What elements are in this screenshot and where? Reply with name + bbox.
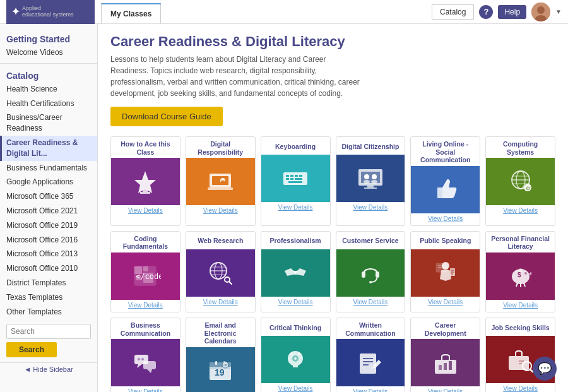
course-card-title: Personal Financial Literacy — [486, 232, 555, 252]
svg-rect-37 — [134, 266, 142, 274]
sidebar-item-other-templates[interactable]: Other Templates — [0, 305, 97, 319]
view-details-link[interactable]: View Details — [128, 386, 163, 392]
course-card: Personal Financial Literacy $ View Detai… — [485, 231, 555, 312]
svg-rect-14 — [299, 175, 302, 177]
svg-point-50 — [369, 281, 372, 283]
svg-line-90 — [530, 369, 533, 372]
svg-rect-26 — [364, 187, 377, 189]
view-details-link[interactable]: View Details — [503, 383, 538, 392]
view-details-link[interactable]: View Details — [428, 297, 463, 309]
svg-rect-12 — [290, 175, 293, 177]
svg-rect-49 — [376, 271, 379, 278]
download-course-guide-button[interactable]: Download Course Guide — [110, 107, 223, 126]
course-card: Written Communication View Details — [336, 318, 406, 392]
svg-point-60 — [524, 272, 527, 275]
catalog-button[interactable]: Catalog — [432, 4, 474, 20]
avatar[interactable] — [531, 3, 550, 21]
view-details-link[interactable]: View Details — [428, 386, 463, 392]
view-details-link[interactable]: View Details — [128, 205, 163, 217]
svg-point-65 — [519, 268, 523, 272]
course-card-title: How to Ace this Class — [111, 137, 180, 158]
sidebar-item-biz-career[interactable]: Business/Career Readiness — [0, 110, 97, 136]
course-card: Career Development View Details — [410, 318, 480, 392]
svg-rect-39 — [136, 275, 141, 280]
svg-rect-18 — [288, 181, 302, 183]
sidebar-item-welcome-videos[interactable]: Welcome Videos — [0, 45, 97, 60]
svg-point-23 — [364, 180, 370, 184]
course-card-title: Living Online - Social Communication — [411, 137, 480, 166]
svg-point-21 — [364, 174, 369, 179]
course-icon-pen-paper — [336, 339, 405, 386]
course-icon-handshake — [261, 249, 330, 297]
logo-star-icon: ✦ — [11, 6, 20, 18]
course-card: Living Online - Social Communication Vie… — [410, 136, 480, 226]
view-details-link[interactable]: View Details — [128, 300, 163, 312]
hide-sidebar-button[interactable]: ◄ Hide Sidebar — [0, 362, 97, 376]
view-details-link[interactable]: View Details — [353, 386, 388, 392]
course-card: Digital Responsibility View Details — [186, 136, 256, 226]
course-card-title: Business Communication — [111, 318, 180, 339]
course-card-title: Coding Fundamentals — [111, 232, 180, 252]
view-details-link[interactable]: View Details — [203, 297, 238, 309]
course-icon-users-screen — [336, 155, 405, 202]
page-title: Career Readiness & Digital Literacy — [110, 33, 555, 50]
view-details-link[interactable]: View Details — [278, 297, 313, 309]
page-description: Lessons to help students learn about Dig… — [110, 54, 363, 99]
view-details-link[interactable]: View Details — [203, 205, 238, 217]
course-icon-head-gears — [261, 336, 330, 383]
search-button[interactable]: Search — [6, 342, 57, 357]
svg-line-63 — [524, 283, 525, 287]
help-question-icon[interactable]: ? — [479, 5, 493, 19]
sidebar-item-ms365[interactable]: Microsoft Office 365 — [0, 189, 97, 204]
logo-sub: educational systems — [22, 12, 74, 18]
view-details-link[interactable]: View Details — [503, 300, 538, 312]
view-details-link[interactable]: View Details — [503, 205, 538, 217]
sidebar-item-health-certs[interactable]: Health Certifications — [0, 97, 97, 111]
course-icon-laptop-lock — [186, 158, 255, 205]
course-card-title: Customer Service — [340, 232, 401, 249]
sidebar-item-ms2016[interactable]: Microsoft Office 2016 — [0, 233, 97, 247]
view-details-link[interactable]: View Details — [278, 202, 313, 214]
view-details-link[interactable]: View Details — [278, 383, 313, 392]
sidebar-item-health-science[interactable]: Health Science — [0, 82, 97, 97]
svg-text:⚙: ⚙ — [526, 186, 530, 191]
svg-rect-88 — [509, 356, 529, 370]
help-button[interactable]: Help — [498, 5, 526, 19]
course-card-title: Written Communication — [336, 318, 405, 339]
sidebar-item-ms2010[interactable]: Microsoft Office 2010 — [0, 261, 97, 276]
sidebar-item-district-templates[interactable]: District Templates — [0, 276, 97, 290]
logo-text: Applied educational systems — [22, 6, 74, 18]
course-card-title: Keyboarding — [273, 137, 318, 155]
view-details-link[interactable]: View Details — [353, 297, 388, 309]
sidebar-item-career-digital[interactable]: Career Readiness & Digital Lit... — [0, 136, 97, 161]
svg-text:$: $ — [518, 271, 521, 278]
sidebar-item-ms2019[interactable]: Microsoft Office 2019 — [0, 218, 97, 233]
sidebar-item-texas-templates[interactable]: Texas Templates — [0, 290, 97, 305]
sidebar-item-ms2021[interactable]: Microsoft Office 2021 — [0, 204, 97, 218]
course-card: Email and Electronic Calendars 19 ✉ View… — [186, 318, 256, 392]
my-classes-tab[interactable]: My Classes — [101, 3, 161, 23]
course-card: How to Ace this Class View Details — [110, 136, 180, 226]
avatar-chevron-icon[interactable]: ▼ — [555, 8, 562, 15]
course-card: Digital Citizenship View Details — [336, 136, 406, 226]
course-icon-speech-bubbles — [111, 339, 180, 386]
course-icon-calendar: 19 ✉ — [186, 347, 255, 392]
course-grid: How to Ace this Class View DetailsDigita… — [110, 136, 555, 392]
app-logo: ✦ Applied educational systems — [6, 0, 95, 24]
svg-rect-25 — [367, 186, 374, 187]
search-input[interactable] — [6, 324, 91, 339]
svg-line-61 — [516, 283, 518, 287]
sidebar-item-google-apps[interactable]: Google Applications — [0, 175, 97, 189]
sidebar-item-biz-fundamentals[interactable]: Business Fundamentals — [0, 161, 97, 175]
course-icon-trophy — [111, 158, 180, 205]
sidebar-item-ms2013[interactable]: Microsoft Office 2013 — [0, 247, 97, 261]
svg-rect-86 — [444, 363, 447, 370]
course-card-title: Critical Thinking — [267, 318, 324, 336]
view-details-link[interactable]: View Details — [353, 202, 388, 214]
chat-bubble-button[interactable]: 💬 — [533, 357, 557, 381]
view-details-link[interactable]: View Details — [428, 213, 463, 225]
sidebar: Getting Started Welcome Videos Catalog H… — [0, 24, 98, 392]
svg-rect-17 — [295, 178, 302, 180]
course-card-title: Professionalism — [268, 232, 324, 249]
svg-rect-67 — [143, 361, 156, 369]
